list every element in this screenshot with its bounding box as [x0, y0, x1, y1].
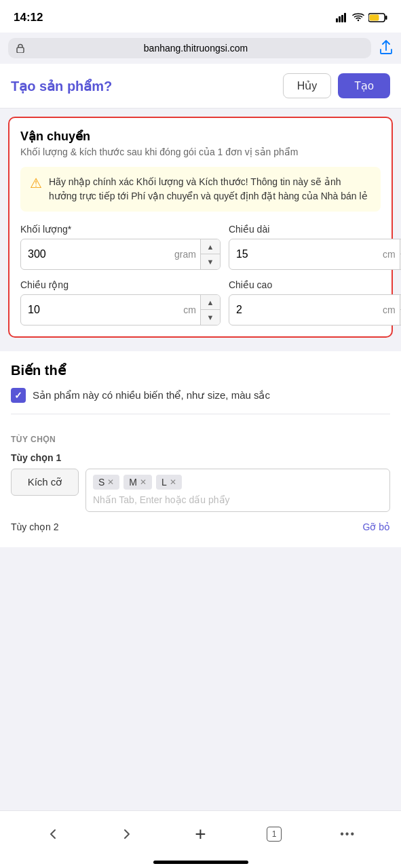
option1-label: Tùy chọn 1: [11, 452, 390, 463]
add-button[interactable]: +: [185, 819, 215, 849]
length-input-row: cm ▲ ▼: [229, 239, 401, 270]
tag-s-remove[interactable]: ✕: [107, 477, 114, 487]
tag-l-label: L: [161, 477, 167, 488]
option2-header: Tùy chọn 2 Gỡ bỏ: [11, 521, 390, 532]
variants-section: Biến thể ✓ Sản phẩm này có nhiều biến th…: [0, 346, 401, 425]
width-label: Chiều rộng: [20, 279, 221, 290]
status-bar: 14:12: [0, 0, 401, 33]
height-label: Chiều cao: [229, 279, 401, 290]
weight-label: Khối lượng*: [20, 224, 221, 235]
option2-remove[interactable]: Gỡ bỏ: [362, 521, 390, 532]
tag-l-remove[interactable]: ✕: [170, 477, 176, 487]
variant-checkbox[interactable]: ✓: [11, 388, 26, 403]
variants-title: Biến thể: [11, 362, 390, 378]
option-tag-m: M ✕: [123, 475, 152, 490]
back-button[interactable]: [38, 819, 68, 849]
length-field-group: Chiều dài cm ▲ ▼: [229, 224, 401, 270]
weight-input[interactable]: [21, 241, 170, 267]
options-section-label: TÙY CHỌN: [11, 435, 390, 444]
shipping-section: Vận chuyển Khối lượng & kích thước sau k…: [8, 117, 393, 338]
option1-values[interactable]: S ✕ M ✕ L ✕ Nhấn Tab, Enter hoặc dấu phẩ…: [85, 469, 390, 512]
length-input[interactable]: [229, 241, 379, 267]
tag-m-label: M: [129, 477, 137, 488]
width-input[interactable]: [21, 297, 179, 323]
home-indicator: [153, 861, 248, 864]
bottom-nav: + 1 •••: [0, 810, 401, 868]
tabs-button[interactable]: 1: [259, 819, 289, 849]
weight-spinners: ▲ ▼: [200, 239, 220, 269]
svg-rect-5: [385, 16, 387, 20]
length-unit: cm: [379, 249, 400, 260]
svg-rect-7: [17, 47, 24, 53]
option1-name[interactable]: Kích cỡ: [11, 469, 79, 496]
create-button[interactable]: Tạo: [338, 73, 390, 98]
wifi-icon: [352, 13, 364, 22]
url-bar[interactable]: banhang.thitruongsi.com: [8, 38, 371, 58]
weight-input-row: gram ▲ ▼: [20, 239, 221, 270]
status-icons: [336, 13, 387, 22]
option-tag-s: S ✕: [93, 475, 119, 490]
warning-box: ⚠ Hãy nhập chính xác Khối lượng và Kích …: [20, 167, 381, 212]
checkmark-icon: ✓: [14, 390, 22, 401]
page-title: Tạo sản phẩm?: [11, 78, 112, 94]
height-unit: cm: [379, 304, 400, 315]
page-header: Tạo sản phẩm? Hủy Tạo: [0, 64, 401, 108]
option1-tags: S ✕ M ✕ L ✕: [93, 475, 383, 490]
variant-checkbox-label: Sản phẩm này có nhiều biến thể, như size…: [33, 389, 270, 401]
weight-up-btn[interactable]: ▲: [201, 239, 220, 254]
width-up-btn[interactable]: ▲: [201, 295, 220, 310]
weight-field-group: Khối lượng* gram ▲ ▼: [20, 224, 221, 270]
svg-rect-3: [344, 13, 346, 22]
browser-bar: banhang.thitruongsi.com: [0, 33, 401, 64]
more-button[interactable]: •••: [333, 819, 363, 849]
width-spinners: ▲ ▼: [200, 295, 220, 325]
option1-placeholder: Nhấn Tab, Enter hoặc dấu phẩy: [93, 494, 230, 505]
tag-m-remove[interactable]: ✕: [140, 477, 147, 487]
variant-checkbox-row: ✓ Sản phẩm này có nhiều biến thể, như si…: [11, 388, 390, 414]
width-unit: cm: [179, 304, 200, 315]
svg-rect-1: [339, 16, 341, 22]
width-down-btn[interactable]: ▼: [201, 310, 220, 325]
option1-row: Kích cỡ S ✕ M ✕ L ✕ Nhấn Tab, Enter hoặc…: [11, 469, 390, 512]
svg-rect-2: [341, 15, 343, 22]
warning-text: Hãy nhập chính xác Khối lượng và Kích th…: [49, 175, 371, 203]
length-label: Chiều dài: [229, 224, 401, 235]
weight-down-btn[interactable]: ▼: [201, 254, 220, 269]
tag-s-label: S: [98, 477, 104, 488]
fields-grid: Khối lượng* gram ▲ ▼ Chiều dài cm ▲ ▼: [20, 224, 381, 326]
option-tag-l: L ✕: [156, 475, 182, 490]
height-field-group: Chiều cao cm ▲ ▼: [229, 279, 401, 326]
header-buttons: Hủy Tạo: [283, 73, 390, 98]
tab-indicator: 1: [267, 827, 282, 842]
height-input-row: cm ▲ ▼: [229, 294, 401, 326]
forward-button[interactable]: [112, 819, 142, 849]
url-text: banhang.thitruongsi.com: [28, 43, 363, 54]
svg-rect-6: [370, 15, 379, 21]
warning-icon: ⚠: [30, 175, 42, 203]
height-input[interactable]: [229, 297, 379, 323]
svg-rect-0: [336, 18, 338, 22]
tab-count: 1: [272, 829, 277, 839]
status-time: 14:12: [14, 11, 43, 24]
option2-label: Tùy chọn 2: [11, 521, 58, 532]
width-field-group: Chiều rộng cm ▲ ▼: [20, 279, 221, 326]
shipping-subtitle: Khối lượng & kích thước sau khi đóng gói…: [20, 146, 381, 157]
battery-icon: [368, 13, 387, 22]
cancel-button[interactable]: Hủy: [283, 73, 332, 98]
lock-icon: [16, 43, 24, 53]
weight-unit: gram: [170, 249, 200, 260]
options-section: TÙY CHỌN Tùy chọn 1 Kích cỡ S ✕ M ✕ L ✕ …: [0, 425, 401, 547]
signal-icon: [336, 13, 348, 22]
width-input-row: cm ▲ ▼: [20, 294, 221, 326]
share-button[interactable]: [379, 40, 393, 57]
shipping-title: Vận chuyển: [20, 129, 381, 144]
